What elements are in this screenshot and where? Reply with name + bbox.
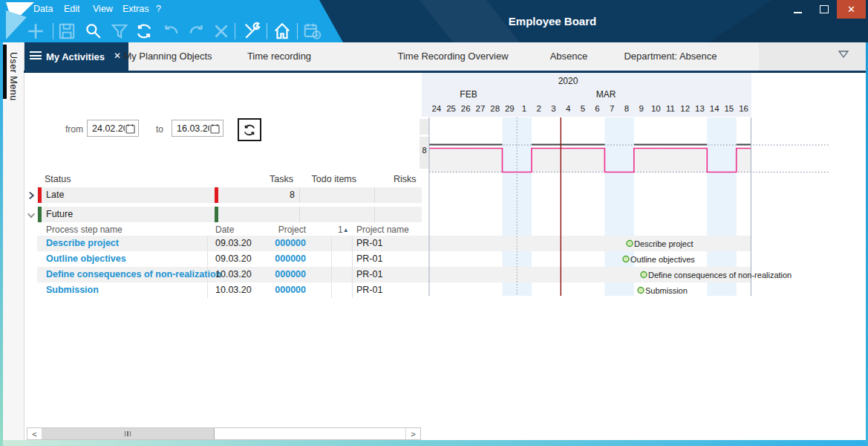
user-menu-label: User Menu [8,52,19,101]
add-button[interactable] [26,22,45,41]
minimize-button[interactable] [785,0,811,19]
gantt-row-stripe [422,236,751,251]
project-link[interactable]: 000000 [252,238,306,248]
collapse-panel-icon[interactable] [838,50,849,59]
from-label: from [65,124,83,135]
redo-button[interactable] [187,22,206,41]
toolbar-separator [267,23,267,39]
gantt-chart[interactable]: 8 Describe project Outline objectives [420,117,835,297]
day-tick: 5 [575,104,590,113]
milestone[interactable]: Submission [638,286,688,295]
step-name-link[interactable]: Define consequences of non-realization [46,269,221,279]
group-label: Late [46,190,64,200]
project-link[interactable]: 000000 [252,269,306,279]
svg-text:Describe project: Describe project [634,239,693,248]
from-date-input[interactable] [87,120,139,137]
col-tasks[interactable]: Tasks [223,174,293,184]
close-button[interactable]: ✕ [837,0,866,19]
timeline-month-feb: FEB [460,89,477,100]
menu-extras[interactable]: Extras [123,4,149,14]
hamburger-icon[interactable] [30,51,42,61]
col-project-name[interactable]: Project name [356,224,409,235]
project-link[interactable]: 000000 [252,253,306,264]
expand-chevron-down-icon[interactable] [27,211,36,220]
table-row[interactable]: Submission 10.03.20 000000 PR-01 [37,282,422,298]
tabbar-underline [24,71,866,73]
milestone[interactable]: Describe project [627,239,693,248]
menu-view[interactable]: View [93,4,113,14]
to-date-input[interactable] [172,120,223,137]
day-tick: 10 [649,104,664,113]
window-border [0,42,3,446]
redo-icon [187,22,206,41]
workload-axis-value: 8 [422,146,427,155]
titlebar: Data Edit View Extras ? [0,0,868,42]
step-date: 09.03.20 [215,253,252,264]
col-risks[interactable]: Risks [394,174,417,184]
delete-button[interactable] [212,22,231,41]
planning-calendar-button[interactable] [303,22,322,41]
filter-button[interactable] [110,22,129,41]
expand-chevron-right-icon[interactable] [27,191,36,200]
maximize-button[interactable] [811,0,837,19]
step-name-link[interactable]: Describe project [46,238,119,248]
col-project[interactable]: Project [252,224,306,235]
step-name-link[interactable]: Submission [46,285,99,295]
col-status[interactable]: Status [45,174,71,184]
scroll-right-button[interactable]: > [405,428,420,439]
milestone[interactable]: Outline objectives [623,255,695,264]
save-icon [57,22,76,41]
sort-indicator[interactable]: 1▲ [338,224,349,235]
step-name-link[interactable]: Outline objectives [46,253,126,264]
tab-time-recording-overview[interactable]: Time Recording Overview [397,51,508,62]
late-status-bar [215,187,218,203]
svg-text:Define consequences of non-rea: Define consequences of non-realization [648,271,792,279]
col-date[interactable]: Date [215,224,234,235]
user-menu-strip[interactable]: User Menu [3,42,25,440]
milestone[interactable]: Define consequences of non-realization [641,271,792,279]
refresh-button[interactable] [134,22,154,41]
future-status-bar [215,207,218,222]
tab-department-absence[interactable]: Department: Absence [624,51,717,62]
tab-close-icon[interactable]: ✕ [114,51,121,61]
day-tick: 3 [546,104,561,113]
minimize-icon [794,12,802,13]
svg-text:Submission: Submission [645,286,688,295]
menu-edit[interactable]: Edit [64,4,80,14]
plus-icon [26,22,45,41]
col-process-step-name[interactable]: Process step name [46,224,123,235]
day-tick: 13 [693,104,708,113]
table-row[interactable]: Describe project 09.03.20 000000 PR-01 [37,236,422,251]
horizontal-scrollbar[interactable]: < > [27,427,421,440]
menu-data[interactable]: Data [33,4,53,14]
day-tick: 15 [722,104,737,113]
tab-absence[interactable]: Absence [550,51,588,62]
group-row-late[interactable]: Late 8 [37,187,422,203]
tab-time-recording[interactable]: Time recording [247,51,311,62]
project-link[interactable]: 000000 [252,285,306,295]
undo-button[interactable] [161,22,180,41]
tab-my-activities[interactable]: My Activities ✕ [24,42,128,71]
future-status-bar [38,207,42,222]
toolbar-separator [297,23,298,39]
col-todo-items[interactable]: Todo items [293,174,356,184]
project-name: PR-01 [356,285,382,295]
group-label: Future [46,209,73,219]
menu-help[interactable]: ? [156,4,161,14]
scrollbar-thumb[interactable] [42,428,215,439]
apply-date-range-button[interactable] [238,118,261,141]
active-tab-label: My Activities [46,51,105,62]
day-tick: 24 [429,104,444,113]
search-icon [83,22,102,41]
filter-icon [110,22,129,41]
tools-button[interactable] [243,22,262,41]
tab-my-planning-objects[interactable]: My Planning Objects [123,51,212,62]
table-row[interactable]: Define consequences of non-realization 1… [37,267,422,282]
step-date: 10.03.20 [215,269,252,279]
search-button[interactable] [83,22,102,41]
scroll-left-button[interactable]: < [27,428,42,439]
save-button[interactable] [57,22,76,41]
group-row-future[interactable]: Future [37,207,422,222]
table-row[interactable]: Outline objectives 09.03.20 000000 PR-01 [37,251,422,267]
home-button[interactable] [273,22,292,41]
